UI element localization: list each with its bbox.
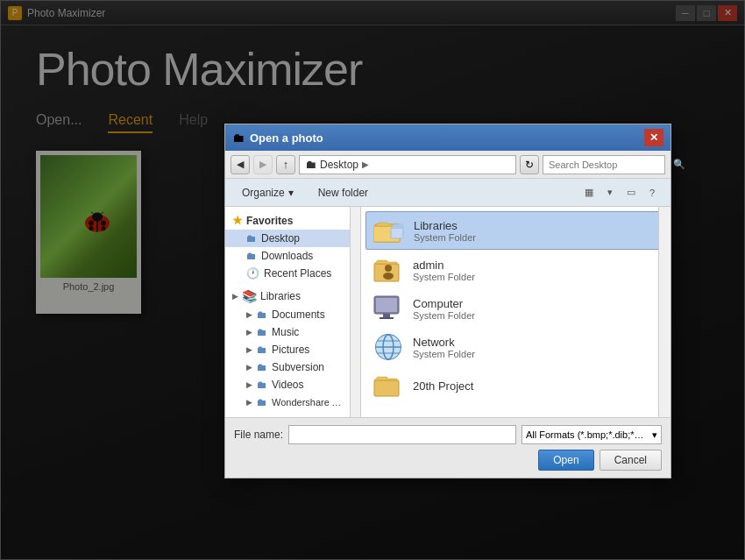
organize-button[interactable]: Organize ▾	[234, 182, 302, 203]
open-button[interactable]: Open	[538, 450, 593, 471]
dropdown-chevron: ▾	[652, 429, 657, 441]
music-chevron: ▶	[246, 328, 252, 337]
new-folder-button[interactable]: New folder	[310, 182, 376, 203]
sidebar-item-documents[interactable]: ▶ 🖿 Documents	[225, 306, 360, 323]
view-details-button[interactable]: ▭	[621, 183, 641, 202]
downloads-folder-icon: 🖿	[246, 250, 257, 262]
svg-rect-11	[391, 228, 403, 238]
organize-label: Organize	[242, 187, 285, 199]
file-list-scrollbar[interactable]	[658, 207, 670, 417]
dialog-title-bar: 🖿 Open a photo ✕	[225, 124, 670, 151]
view-tiles-button[interactable]: ▦	[579, 183, 599, 202]
sidebar-recent-label: Recent Places	[264, 267, 331, 280]
svg-rect-18	[380, 317, 394, 319]
forward-button[interactable]: ▶	[253, 155, 273, 174]
sidebar-item-subversion[interactable]: ▶ 🖿 Subversion	[225, 358, 360, 376]
address-folder-icon: 🖿	[305, 158, 316, 171]
dialog-footer: File name: All Formats (*.bmp;*.dib;*gif…	[225, 417, 670, 478]
dialog-title-left: 🖿 Open a photo	[232, 131, 323, 145]
footer-row2: Open Cancel	[234, 450, 662, 471]
address-path-text: Desktop	[320, 159, 358, 171]
sidebar-item-recent-places[interactable]: 🕐 Recent Places	[225, 265, 360, 282]
file-item-20th-project[interactable]: 20th Project	[365, 367, 666, 404]
svg-rect-17	[383, 314, 390, 317]
project-info: 20th Project	[413, 379, 659, 393]
libraries-info: Libraries System Folder	[414, 219, 658, 243]
file-list-content: Libraries System Folder	[361, 207, 670, 410]
computer-icon	[372, 294, 404, 323]
file-name-input[interactable]	[288, 425, 516, 444]
sidebar-subversion-label: Subversion	[272, 361, 324, 373]
pictures-chevron: ▶	[246, 345, 252, 354]
refresh-button[interactable]: ↻	[520, 155, 539, 174]
search-box: 🔍	[543, 155, 665, 174]
search-input[interactable]	[549, 159, 670, 170]
sidebar-item-pictures[interactable]: ▶ 🖿 Pictures	[225, 341, 360, 358]
dialog-close-button[interactable]: ✕	[644, 129, 663, 146]
sidebar-favorites-header[interactable]: ★ Favorites	[225, 211, 360, 230]
project-name: 20th Project	[413, 379, 659, 393]
videos-chevron: ▶	[246, 380, 252, 389]
svg-rect-16	[376, 298, 397, 312]
file-list: Libraries System Folder	[361, 207, 670, 417]
libraries-icon: 📚	[242, 289, 257, 303]
admin-name: admin	[413, 259, 659, 272]
sidebar-videos-label: Videos	[272, 379, 303, 391]
address-path[interactable]: 🖿 Desktop ▶	[299, 155, 516, 174]
help-button[interactable]: ?	[642, 183, 662, 202]
back-button[interactable]: ◀	[231, 155, 250, 174]
sidebar-music-label: Music	[272, 326, 299, 338]
file-name-label: File name:	[234, 429, 283, 441]
sidebar-wondershare-label: Wondershare AllMyTube...	[272, 397, 342, 408]
recent-places-icon: 🕐	[246, 267, 259, 280]
network-type: System Folder	[413, 349, 659, 359]
file-item-computer[interactable]: Computer System Folder	[365, 290, 666, 327]
svg-point-14	[383, 273, 394, 280]
up-button[interactable]: ↑	[276, 155, 295, 174]
libraries-type: System Folder	[414, 232, 658, 243]
network-info: Network System Folder	[413, 336, 659, 359]
network-icon	[372, 333, 404, 361]
documents-icon: 🖿	[257, 308, 267, 321]
sidebar-documents-label: Documents	[272, 308, 325, 321]
computer-info: Computer System Folder	[413, 297, 659, 321]
wondershare-chevron: ▶	[246, 398, 252, 407]
admin-info: admin System Folder	[413, 259, 659, 282]
dialog-body: ★ Favorites 🖿 Desktop 🖿 Downloads 🕐 Rece…	[225, 207, 670, 417]
sidebar: ★ Favorites 🖿 Desktop 🖿 Downloads 🕐 Rece…	[225, 207, 361, 417]
sidebar-libraries-header[interactable]: ▶ 📚 Libraries	[225, 287, 360, 306]
pictures-icon: 🖿	[257, 344, 267, 356]
file-type-dropdown[interactable]: All Formats (*.bmp;*.dib;*gif;*. ▾	[522, 425, 662, 444]
file-type-text: All Formats (*.bmp;*.dib;*gif;*.	[526, 429, 649, 440]
sidebar-item-videos[interactable]: ▶ 🖿 Videos	[225, 376, 360, 393]
sidebar-libraries-section: ▶ 📚 Libraries ▶ 🖿 Documents ▶ 🖿 Music	[225, 287, 360, 411]
network-name: Network	[413, 336, 659, 349]
file-item-network[interactable]: Network System Folder	[365, 329, 666, 365]
dialog-title: Open a photo	[250, 131, 323, 145]
dialog-folder-icon: 🖿	[232, 131, 245, 145]
libraries-folder-icon	[373, 216, 405, 245]
dialog-toolbar: Organize ▾ New folder ▦ ▾ ▭ ?	[225, 179, 670, 207]
address-chevron: ▶	[362, 159, 369, 169]
sidebar-favorites-label: Favorites	[246, 215, 293, 227]
sidebar-favorites-section: ★ Favorites 🖿 Desktop 🖿 Downloads 🕐 Rece…	[225, 211, 360, 282]
admin-type: System Folder	[413, 272, 659, 282]
app-window: P Photo Maximizer ─ □ ✕ Photo Maximizer …	[0, 0, 745, 560]
star-icon: ★	[232, 214, 243, 227]
sidebar-desktop-label: Desktop	[261, 232, 300, 245]
cancel-button[interactable]: Cancel	[600, 450, 662, 471]
sidebar-scrollbar[interactable]	[350, 207, 360, 417]
svg-rect-25	[374, 380, 399, 396]
sidebar-item-desktop[interactable]: 🖿 Desktop	[225, 230, 360, 247]
file-item-libraries[interactable]: Libraries System Folder	[365, 211, 666, 250]
music-icon: 🖿	[257, 326, 267, 338]
file-item-admin[interactable]: admin System Folder	[365, 252, 666, 288]
sidebar-pictures-label: Pictures	[272, 344, 309, 356]
sidebar-item-downloads[interactable]: 🖿 Downloads	[225, 247, 360, 265]
search-icon: 🔍	[673, 159, 685, 170]
view-chevron-button[interactable]: ▾	[600, 183, 620, 202]
sidebar-item-wondershare[interactable]: ▶ 🖿 Wondershare AllMyTube...	[225, 393, 360, 411]
computer-type: System Folder	[413, 310, 659, 321]
organize-dropdown-icon: ▾	[288, 187, 294, 199]
sidebar-item-music[interactable]: ▶ 🖿 Music	[225, 323, 360, 341]
